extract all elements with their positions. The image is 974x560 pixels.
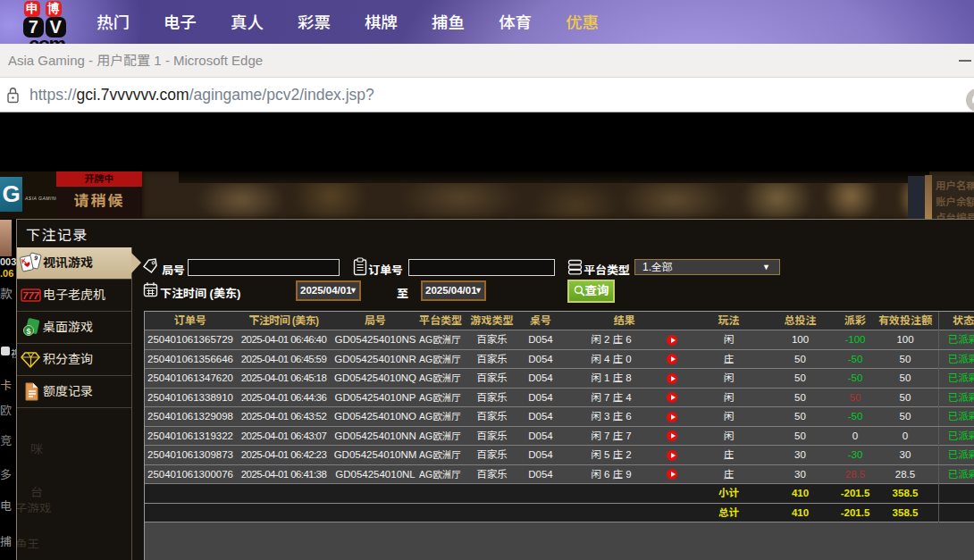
svg-text:$: $ (26, 327, 30, 336)
svg-text:777: 777 (22, 290, 39, 301)
